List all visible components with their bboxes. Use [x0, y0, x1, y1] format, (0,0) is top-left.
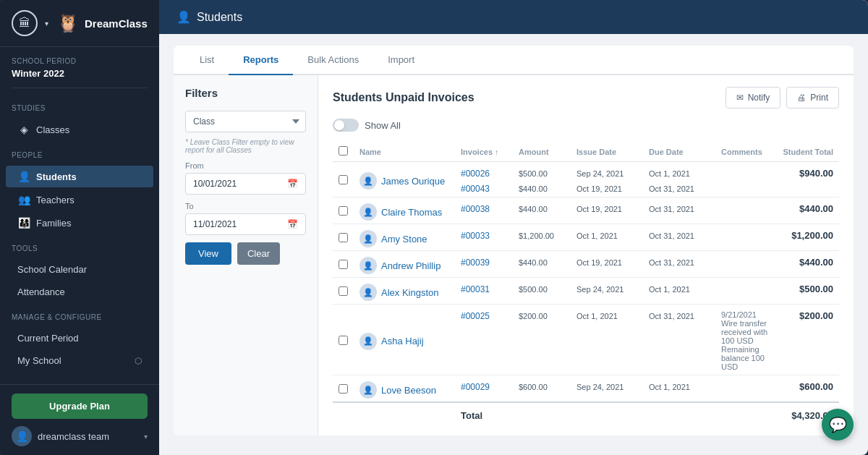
row-checkbox[interactable]: [339, 286, 348, 296]
invoice-comments-cell: [715, 162, 774, 182]
table-row: 👤 Claire Thomas #00038 $440.00 Oct 19, 2…: [333, 197, 839, 224]
row-checkbox[interactable]: [339, 384, 348, 394]
to-date-value: 11/01/2021: [193, 219, 237, 229]
row-checkbox-cell[interactable]: [333, 305, 354, 375]
invoice-issue-date-cell: Oct 19, 2021: [571, 251, 643, 278]
select-all-checkbox[interactable]: [339, 146, 348, 156]
top-header: 👤 Students: [159, 0, 868, 34]
class-filter-hint: * Leave Class Filter empty to view repor…: [185, 138, 306, 154]
student-total-cell: $1,200.00: [774, 224, 839, 251]
row-checkbox[interactable]: [339, 260, 348, 269]
total-text-cell: Total: [455, 402, 774, 424]
invoice-due-date-cell: Oct 1, 2021: [643, 375, 715, 403]
upgrade-plan-button[interactable]: Upgrade Plan: [12, 394, 148, 419]
student-total-cell: $940.00: [774, 162, 839, 197]
invoice-number-cell: #00043: [455, 182, 513, 197]
logo-icon: 🏛: [12, 10, 38, 36]
student-name-link[interactable]: 👤 Asha Hajij: [359, 333, 449, 350]
invoice-actions: ✉ Notify 🖨 Print: [726, 87, 839, 109]
student-name-link[interactable]: 👤 Claire Thomas: [359, 203, 449, 221]
invoice-amount-cell: $1,200.00: [513, 224, 571, 251]
sidebar-item-my-school[interactable]: My School ⬡: [6, 350, 153, 371]
invoice-amount: $600.00: [519, 383, 548, 391]
calendar-icon-2: 📅: [287, 219, 298, 229]
invoice-due-date: Oct 31, 2021: [649, 312, 694, 320]
invoice-title: Students Unpaid Invoices: [333, 91, 475, 104]
sidebar-item-current-period[interactable]: Current Period: [6, 328, 153, 349]
row-checkbox[interactable]: [339, 206, 348, 216]
invoice-issue-date-cell: Oct 19, 2021: [571, 182, 643, 197]
tab-list[interactable]: List: [185, 46, 229, 75]
invoice-number[interactable]: #00038: [461, 204, 490, 214]
invoice-number[interactable]: #00029: [461, 382, 490, 392]
student-name-link[interactable]: 👤 Love Beeson: [359, 381, 449, 399]
invoices-column-header[interactable]: Invoices ↑: [455, 142, 513, 162]
invoice-issue-date: Sep 24, 2021: [576, 169, 624, 178]
student-name-link[interactable]: 👤 James Ourique: [359, 172, 449, 190]
invoice-due-date: Oct 31, 2021: [649, 184, 694, 193]
print-button[interactable]: 🖨 Print: [786, 87, 839, 109]
amount-column-header: Amount: [513, 142, 571, 162]
from-date-input[interactable]: 10/01/2021 📅: [185, 173, 306, 195]
sidebar-item-classes[interactable]: ◈ Classes: [6, 119, 153, 140]
content-area: List Reports Bulk Actions Import Filters…: [159, 34, 868, 455]
invoice-comments-cell: [715, 251, 774, 278]
invoice-number[interactable]: #00043: [461, 184, 490, 194]
invoice-issue-date: Sep 24, 2021: [576, 383, 624, 391]
row-checkbox-cell[interactable]: [333, 224, 354, 251]
view-button[interactable]: View: [185, 242, 231, 265]
sidebar-header[interactable]: 🏛 ▾ 🦉 DreamClass: [0, 0, 159, 47]
sidebar-item-school-calendar[interactable]: School Calendar: [6, 259, 153, 280]
clear-button[interactable]: Clear: [237, 242, 280, 265]
student-name-link[interactable]: 👤 Amy Stone: [359, 230, 449, 247]
show-all-toggle[interactable]: Show All: [333, 119, 839, 132]
tab-import[interactable]: Import: [373, 46, 429, 75]
toggle-switch[interactable]: [333, 119, 359, 132]
row-checkbox-cell[interactable]: [333, 197, 354, 224]
row-checkbox-cell[interactable]: [333, 375, 354, 403]
invoice-table: Name Invoices ↑ Amount Issue Date Due Da…: [333, 142, 839, 424]
main-panel: Filters Class * Leave Class Filter empty…: [174, 75, 854, 435]
invoice-amount: $200.00: [519, 312, 548, 320]
invoice-number-cell: #00033: [455, 224, 513, 251]
invoice-number[interactable]: #00039: [461, 258, 490, 268]
row-checkbox[interactable]: [339, 233, 348, 242]
row-checkbox[interactable]: [339, 175, 348, 184]
student-avatar: 👤: [359, 257, 377, 274]
user-profile[interactable]: 👤 dreamclass team ▾: [12, 426, 148, 446]
sidebar-item-students[interactable]: 👤 Students: [6, 166, 153, 187]
tab-bulk-actions[interactable]: Bulk Actions: [293, 46, 373, 75]
divider-1: [12, 88, 148, 88]
class-filter-select[interactable]: Class: [185, 111, 306, 132]
show-all-label: Show All: [365, 120, 401, 131]
invoice-number[interactable]: #00031: [461, 284, 490, 294]
sidebar-item-attendance[interactable]: Attendance: [6, 281, 153, 302]
student-name-link[interactable]: 👤 Andrew Phillip: [359, 257, 449, 274]
row-checkbox-cell[interactable]: [333, 251, 354, 278]
invoice-due-date: Oct 1, 2021: [649, 169, 690, 178]
sidebar-item-teachers[interactable]: 👥 Teachers: [6, 189, 153, 211]
row-checkbox-cell[interactable]: [333, 278, 354, 305]
row-checkbox[interactable]: [339, 336, 348, 345]
to-date-input[interactable]: 11/01/2021 📅: [185, 213, 306, 235]
tools-label: Tools: [0, 234, 159, 258]
families-icon: 👨‍👩‍👧: [17, 217, 30, 229]
printer-icon: 🖨: [797, 93, 806, 103]
notify-button[interactable]: ✉ Notify: [726, 87, 781, 109]
invoice-due-date-cell: Oct 1, 2021: [643, 162, 715, 182]
tab-reports[interactable]: Reports: [229, 46, 293, 75]
invoice-number[interactable]: #00025: [461, 311, 490, 321]
due-date-column-header: Due Date: [643, 142, 715, 162]
select-all-header[interactable]: [333, 142, 354, 162]
invoice-amount: $500.00: [519, 285, 548, 294]
issue-date-column-header: Issue Date: [571, 142, 643, 162]
student-name-cell: 👤 James Ourique: [354, 162, 455, 197]
chat-bubble-button[interactable]: 💬: [822, 409, 854, 441]
student-name-link[interactable]: 👤 Alex Kingston: [359, 284, 449, 301]
invoice-number[interactable]: #00033: [461, 231, 490, 241]
row-checkbox-cell[interactable]: [333, 162, 354, 197]
invoice-due-date-cell: Oct 31, 2021: [643, 224, 715, 251]
students-icon: 👤: [17, 171, 30, 182]
invoice-number[interactable]: #00026: [461, 169, 490, 179]
sidebar-item-families[interactable]: 👨‍👩‍👧 Families: [6, 212, 153, 234]
